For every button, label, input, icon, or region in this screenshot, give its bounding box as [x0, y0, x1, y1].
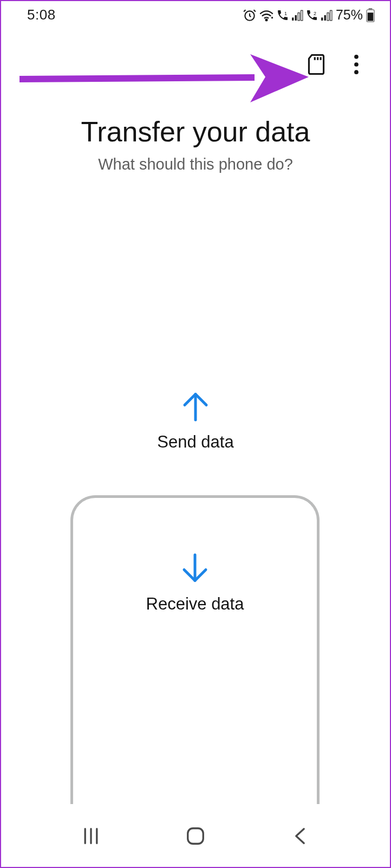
- status-bar: 5:08 1: [1, 1, 390, 28]
- signal1-icon: [291, 9, 303, 21]
- svg-line-21: [19, 77, 255, 79]
- wifi-icon: [259, 9, 274, 22]
- svg-point-1: [266, 19, 268, 21]
- device-frame: Receive data: [70, 495, 320, 804]
- navigation-bar: [1, 815, 390, 867]
- status-time: 5:08: [27, 7, 56, 23]
- svg-rect-4: [295, 15, 297, 21]
- receive-label: Receive data: [73, 594, 317, 614]
- svg-rect-6: [301, 10, 303, 21]
- page-subtitle: What should this phone do?: [1, 156, 390, 173]
- svg-text:2: 2: [314, 11, 316, 16]
- svg-point-20: [354, 70, 359, 74]
- arrow-up-icon: [179, 415, 212, 424]
- home-button[interactable]: [183, 823, 208, 849]
- svg-rect-14: [368, 12, 374, 21]
- svg-rect-8: [321, 17, 323, 21]
- signal2-icon: [321, 9, 333, 21]
- more-options-button[interactable]: [347, 55, 366, 74]
- svg-rect-5: [298, 12, 299, 20]
- call2-icon: 2: [305, 9, 318, 22]
- svg-marker-22: [250, 54, 309, 102]
- header: Transfer your data What should this phon…: [1, 115, 390, 173]
- svg-rect-3: [292, 17, 294, 21]
- battery-percent: 75%: [336, 7, 363, 23]
- svg-text:1: 1: [284, 11, 287, 16]
- svg-rect-11: [330, 10, 332, 21]
- svg-rect-28: [188, 828, 204, 844]
- page-title: Transfer your data: [1, 115, 390, 148]
- battery-icon: [366, 8, 375, 22]
- receive-data-option[interactable]: Receive data: [73, 552, 317, 614]
- alarm-icon: [243, 8, 257, 22]
- call1-icon: 1: [276, 9, 289, 22]
- arrow-down-icon: [179, 577, 211, 586]
- send-data-option[interactable]: Send data: [1, 390, 390, 452]
- svg-rect-9: [324, 15, 326, 21]
- send-label: Send data: [1, 432, 390, 452]
- svg-rect-10: [327, 12, 329, 20]
- recent-apps-button[interactable]: [78, 823, 104, 849]
- svg-point-19: [354, 62, 359, 67]
- back-button[interactable]: [287, 823, 313, 849]
- svg-point-18: [354, 55, 359, 59]
- annotation-arrow: [17, 51, 310, 113]
- status-indicators: 1 2 75%: [243, 7, 375, 23]
